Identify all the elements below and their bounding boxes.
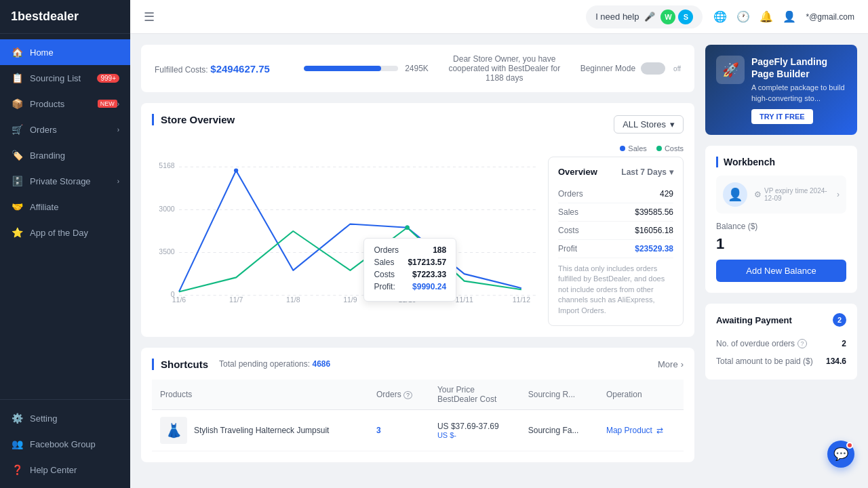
- svg-text:11/8: 11/8: [286, 296, 300, 304]
- awaiting-overdue-row: No. of overdue orders ? 2: [716, 335, 846, 352]
- swap-icon: ⇄: [656, 426, 663, 435]
- awaiting-amount-label: Total amount to be paid ($): [716, 357, 813, 366]
- app-icon: ⭐: [11, 226, 23, 239]
- sidebar-item-facebook-group[interactable]: 👥 Facebook Group: [0, 431, 130, 457]
- branding-icon: 🏷️: [11, 149, 23, 161]
- sidebar-nav: 🏠 Home 📋 Sourcing List 999+ 📦 Products N…: [0, 34, 130, 399]
- tooltip-orders-label: Orders: [374, 245, 399, 255]
- product-name: Stylish Traveling Halterneck Jumpsuit: [194, 426, 329, 435]
- right-panel: 🚀 PageFly Landing Page Builder A complet…: [705, 34, 868, 488]
- sidebar-item-products[interactable]: 📦 Products NEW ›: [0, 91, 130, 117]
- shortcuts-table: Products Orders ? Your PriceBestDealer C…: [152, 380, 684, 451]
- tooltip-costs-label: Costs: [374, 270, 395, 279]
- sidebar-item-private-storage[interactable]: 🗄️ Private Storage ›: [0, 168, 130, 194]
- product-info: 👗 Stylish Traveling Halterneck Jumpsuit: [160, 417, 360, 444]
- user-info: ⚙ VP expiry time 2024-12-09: [754, 187, 830, 202]
- bell-icon[interactable]: 🔔: [760, 10, 773, 23]
- tooltip-sales-value: $17213.57: [408, 258, 446, 267]
- chevron-right-icon: ›: [117, 100, 119, 108]
- user-row[interactable]: 👤 ⚙ VP expiry time 2024-12-09 ›: [716, 176, 846, 214]
- svg-text:11/6: 11/6: [172, 296, 186, 304]
- user-icon[interactable]: 👤: [783, 10, 796, 23]
- sidebar-item-app-of-the-day[interactable]: ⭐ App of the Day: [0, 220, 130, 245]
- chat-bubble[interactable]: 💬: [827, 441, 854, 468]
- info-icon: ?: [797, 339, 807, 348]
- col-sourcing: Sourcing R...: [520, 380, 598, 410]
- sidebar-item-label: App of the Day: [30, 228, 119, 238]
- sidebar-item-home[interactable]: 🏠 Home: [0, 39, 130, 65]
- tooltip-costs-row: Costs $7223.33: [374, 270, 446, 279]
- svg-text:11/9: 11/9: [343, 296, 357, 304]
- table-row: 👗 Stylish Traveling Halterneck Jumpsuit …: [152, 409, 684, 451]
- globe-icon[interactable]: 🌐: [713, 10, 727, 23]
- table-header-row: Products Orders ? Your PriceBestDealer C…: [152, 380, 684, 410]
- fulfilled-label: Fulfilled Costs:: [155, 65, 208, 75]
- svg-text:11/7: 11/7: [229, 296, 243, 304]
- product-image: 👗: [160, 417, 187, 444]
- sidebar-item-affiliate[interactable]: 🤝 Affiliate: [0, 194, 130, 220]
- col-operation: Operation: [598, 380, 684, 410]
- more-button[interactable]: More ›: [658, 359, 684, 369]
- awaiting-overdue-value: 2: [842, 339, 846, 348]
- chat-icon: 💬: [833, 447, 848, 462]
- shortcuts-table-head: Products Orders ? Your PriceBestDealer C…: [152, 380, 684, 410]
- overview-sales-row: Sales $39585.56: [558, 203, 673, 222]
- sidebar-item-help-center[interactable]: ❓ Help Center: [0, 457, 130, 483]
- fulfilled-bar-max: 2495K: [405, 64, 429, 73]
- chart-legend: Sales Costs: [152, 144, 684, 152]
- store-select-dropdown[interactable]: ALL Stores ▾: [614, 115, 684, 134]
- beginner-mode-toggle: Beginner Mode off: [580, 62, 681, 75]
- balance-label: Balance ($): [716, 222, 757, 231]
- promo-title: PageFly Landing Page Builder: [751, 56, 846, 80]
- map-product-button[interactable]: Map Product ⇄: [606, 426, 675, 435]
- sidebar-item-branding[interactable]: 🏷️ Branding: [0, 142, 130, 168]
- add-balance-button[interactable]: Add New Balance: [716, 260, 846, 282]
- tooltip-sales-label: Sales: [374, 258, 394, 267]
- promo-subtitle: A complete package to build high-convert…: [751, 83, 846, 104]
- awaiting-overdue-label: No. of overdue orders ?: [716, 339, 807, 348]
- price-sub: US $-: [437, 431, 512, 439]
- overview-note: This data only includes orders fulfilled…: [558, 264, 673, 316]
- price-cell: US $37.69-37.69 US $-: [429, 409, 520, 451]
- help-button[interactable]: I need help 🎤 W S: [586, 5, 703, 28]
- chat-notification-dot: [846, 442, 853, 449]
- col-price: Your PriceBestDealer Cost: [429, 380, 520, 410]
- shortcuts-title: Shortcuts: [152, 359, 208, 370]
- pending-label: Total pending operations:: [219, 359, 310, 369]
- sidebar-item-setting[interactable]: ⚙️ Setting: [0, 405, 130, 431]
- sidebar-item-label: Sourcing List: [30, 73, 94, 83]
- balance-row: Balance ($): [716, 222, 846, 231]
- tooltip-costs-value: $7223.33: [412, 270, 446, 279]
- clock-icon[interactable]: 🕐: [736, 10, 750, 23]
- svg-text:3000: 3000: [159, 205, 175, 213]
- promo-cta-button[interactable]: TRY IT FREE: [751, 109, 813, 124]
- overview-costs-row: Costs $16056.18: [558, 222, 673, 240]
- orders-cell: 3: [368, 409, 429, 451]
- tooltip-profit-value: $9990.24: [412, 282, 446, 291]
- help-label: I need help: [595, 12, 639, 22]
- price-main: US $37.69-37.69: [437, 422, 512, 431]
- pending-count: 4686: [312, 359, 330, 369]
- sidebar-item-label: Affiliate: [30, 202, 119, 212]
- header: ☰ I need help 🎤 W S 🌐 🕐 🔔 👤 *@gmail.com: [130, 0, 868, 34]
- promo-text: PageFly Landing Page Builder A complete …: [751, 56, 846, 124]
- whatsapp-icon: W: [660, 9, 675, 24]
- overview-panel-title: Overview: [558, 167, 597, 177]
- last7days-select[interactable]: Last 7 Days ▾: [621, 167, 673, 177]
- toggle-switch[interactable]: [641, 62, 665, 75]
- fulfilled-bar-bg: [304, 66, 398, 71]
- vip-badge: VP expiry time 2024-12-09: [764, 187, 830, 202]
- sidebar-item-label: Setting: [30, 413, 119, 424]
- help-icons: W S: [660, 9, 693, 24]
- sidebar-bottom: ⚙️ Setting 👥 Facebook Group ❓ Help Cente…: [0, 399, 130, 488]
- sidebar-item-orders[interactable]: 🛒 Orders ›: [0, 117, 130, 142]
- svg-text:11/12: 11/12: [513, 296, 530, 304]
- pending-ops: Total pending operations: 4686: [219, 359, 330, 369]
- svg-point-8: [234, 168, 238, 172]
- sidebar-item-sourcing-list[interactable]: 📋 Sourcing List 999+: [0, 65, 130, 91]
- hamburger-icon[interactable]: ☰: [144, 9, 155, 24]
- sidebar-item-label: Help Center: [30, 465, 119, 475]
- private-storage-icon: 🗄️: [11, 175, 23, 187]
- home-icon: 🏠: [11, 46, 23, 58]
- products-new-badge: NEW: [98, 100, 117, 108]
